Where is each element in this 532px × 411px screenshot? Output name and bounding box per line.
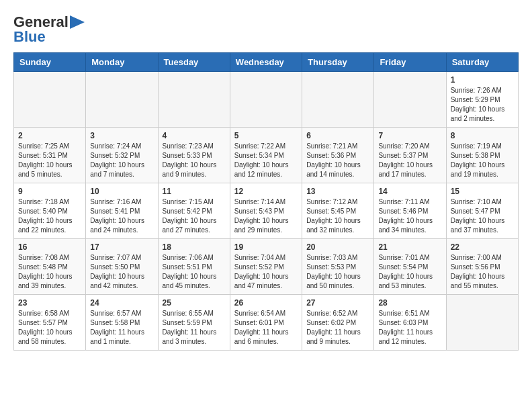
calendar-table: SundayMondayTuesdayWednesdayThursdayFrid… bbox=[13, 52, 519, 351]
calendar-cell: 7Sunrise: 7:20 AM Sunset: 5:37 PM Daylig… bbox=[374, 128, 446, 183]
svg-marker-0 bbox=[70, 15, 85, 29]
cell-info: Sunrise: 7:20 AM Sunset: 5:37 PM Dayligh… bbox=[378, 142, 441, 179]
calendar-cell: 6Sunrise: 7:21 AM Sunset: 5:36 PM Daylig… bbox=[302, 128, 374, 183]
calendar-header-saturday: Saturday bbox=[446, 53, 518, 72]
calendar-cell: 8Sunrise: 7:19 AM Sunset: 5:38 PM Daylig… bbox=[446, 128, 518, 183]
logo-arrow-icon bbox=[70, 15, 85, 29]
day-number: 4 bbox=[163, 131, 226, 140]
cell-info: Sunrise: 7:04 AM Sunset: 5:52 PM Dayligh… bbox=[234, 253, 298, 291]
calendar-week-2: 9Sunrise: 7:18 AM Sunset: 5:40 PM Daylig… bbox=[14, 183, 519, 239]
calendar-cell: 3Sunrise: 7:24 AM Sunset: 5:32 PM Daylig… bbox=[86, 128, 158, 183]
calendar-week-1: 2Sunrise: 7:25 AM Sunset: 5:31 PM Daylig… bbox=[14, 128, 519, 183]
calendar-cell: 24Sunrise: 6:57 AM Sunset: 5:58 PM Dayli… bbox=[86, 295, 158, 351]
calendar-header-row: SundayMondayTuesdayWednesdayThursdayFrid… bbox=[14, 53, 519, 72]
page-header: General Blue bbox=[13, 13, 519, 46]
logo: General Blue bbox=[13, 13, 85, 46]
day-number: 22 bbox=[451, 242, 514, 252]
calendar-cell: 25Sunrise: 6:55 AM Sunset: 5:59 PM Dayli… bbox=[158, 295, 230, 351]
cell-info: Sunrise: 7:03 AM Sunset: 5:53 PM Dayligh… bbox=[306, 253, 369, 291]
calendar-cell: 2Sunrise: 7:25 AM Sunset: 5:31 PM Daylig… bbox=[14, 128, 86, 183]
day-number: 5 bbox=[234, 131, 298, 140]
calendar-header-friday: Friday bbox=[374, 53, 446, 72]
calendar-header-monday: Monday bbox=[86, 53, 158, 72]
day-number: 25 bbox=[163, 298, 226, 308]
cell-info: Sunrise: 7:12 AM Sunset: 5:45 PM Dayligh… bbox=[306, 197, 369, 235]
cell-info: Sunrise: 7:21 AM Sunset: 5:36 PM Dayligh… bbox=[306, 142, 369, 179]
calendar-cell: 27Sunrise: 6:52 AM Sunset: 6:02 PM Dayli… bbox=[302, 295, 374, 351]
day-number: 17 bbox=[90, 242, 153, 252]
day-number: 12 bbox=[234, 187, 298, 196]
calendar-cell: 1Sunrise: 7:26 AM Sunset: 5:29 PM Daylig… bbox=[446, 72, 518, 128]
day-number: 24 bbox=[90, 298, 153, 308]
day-number: 18 bbox=[163, 242, 226, 252]
day-number: 28 bbox=[378, 298, 441, 308]
calendar-cell: 13Sunrise: 7:12 AM Sunset: 5:45 PM Dayli… bbox=[302, 183, 374, 239]
day-number: 14 bbox=[378, 187, 441, 196]
logo-blue: Blue bbox=[13, 28, 46, 46]
calendar-cell: 16Sunrise: 7:08 AM Sunset: 5:48 PM Dayli… bbox=[14, 239, 86, 295]
cell-info: Sunrise: 7:23 AM Sunset: 5:33 PM Dayligh… bbox=[163, 142, 226, 179]
cell-info: Sunrise: 7:06 AM Sunset: 5:51 PM Dayligh… bbox=[163, 253, 226, 291]
cell-info: Sunrise: 6:51 AM Sunset: 6:03 PM Dayligh… bbox=[378, 309, 441, 347]
calendar-cell bbox=[302, 72, 374, 128]
day-number: 7 bbox=[378, 131, 441, 140]
calendar-week-4: 23Sunrise: 6:58 AM Sunset: 5:57 PM Dayli… bbox=[14, 295, 519, 351]
cell-info: Sunrise: 7:11 AM Sunset: 5:46 PM Dayligh… bbox=[378, 197, 441, 235]
calendar-cell: 19Sunrise: 7:04 AM Sunset: 5:52 PM Dayli… bbox=[230, 239, 302, 295]
day-number: 3 bbox=[90, 131, 153, 140]
calendar-cell: 26Sunrise: 6:54 AM Sunset: 6:01 PM Dayli… bbox=[230, 295, 302, 351]
calendar-cell bbox=[446, 295, 518, 351]
day-number: 27 bbox=[306, 298, 369, 308]
calendar-body: 1Sunrise: 7:26 AM Sunset: 5:29 PM Daylig… bbox=[14, 72, 519, 351]
cell-info: Sunrise: 7:18 AM Sunset: 5:40 PM Dayligh… bbox=[18, 197, 81, 235]
day-number: 26 bbox=[234, 298, 298, 308]
day-number: 2 bbox=[18, 131, 81, 140]
calendar-header-tuesday: Tuesday bbox=[158, 53, 230, 72]
logo-icon: General Blue bbox=[13, 13, 85, 46]
cell-info: Sunrise: 7:07 AM Sunset: 5:50 PM Dayligh… bbox=[90, 253, 153, 291]
calendar-cell: 21Sunrise: 7:01 AM Sunset: 5:54 PM Dayli… bbox=[374, 239, 446, 295]
calendar-cell: 22Sunrise: 7:00 AM Sunset: 5:56 PM Dayli… bbox=[446, 239, 518, 295]
cell-info: Sunrise: 7:08 AM Sunset: 5:48 PM Dayligh… bbox=[18, 253, 81, 291]
cell-info: Sunrise: 7:16 AM Sunset: 5:41 PM Dayligh… bbox=[90, 197, 153, 235]
day-number: 23 bbox=[18, 298, 81, 308]
calendar-cell: 12Sunrise: 7:14 AM Sunset: 5:43 PM Dayli… bbox=[230, 183, 302, 239]
cell-info: Sunrise: 6:55 AM Sunset: 5:59 PM Dayligh… bbox=[163, 309, 226, 347]
cell-info: Sunrise: 6:57 AM Sunset: 5:58 PM Dayligh… bbox=[90, 309, 153, 347]
calendar-cell bbox=[230, 72, 302, 128]
calendar-week-0: 1Sunrise: 7:26 AM Sunset: 5:29 PM Daylig… bbox=[14, 72, 519, 128]
calendar-cell bbox=[158, 72, 230, 128]
cell-info: Sunrise: 6:58 AM Sunset: 5:57 PM Dayligh… bbox=[18, 309, 81, 347]
calendar-cell bbox=[374, 72, 446, 128]
cell-info: Sunrise: 6:52 AM Sunset: 6:02 PM Dayligh… bbox=[306, 309, 369, 347]
calendar-cell: 15Sunrise: 7:10 AM Sunset: 5:47 PM Dayli… bbox=[446, 183, 518, 239]
cell-info: Sunrise: 6:54 AM Sunset: 6:01 PM Dayligh… bbox=[234, 309, 298, 347]
calendar-cell: 14Sunrise: 7:11 AM Sunset: 5:46 PM Dayli… bbox=[374, 183, 446, 239]
calendar-cell bbox=[14, 72, 86, 128]
calendar-header-thursday: Thursday bbox=[302, 53, 374, 72]
calendar-cell: 18Sunrise: 7:06 AM Sunset: 5:51 PM Dayli… bbox=[158, 239, 230, 295]
cell-info: Sunrise: 7:19 AM Sunset: 5:38 PM Dayligh… bbox=[451, 142, 514, 179]
calendar-cell: 20Sunrise: 7:03 AM Sunset: 5:53 PM Dayli… bbox=[302, 239, 374, 295]
cell-info: Sunrise: 7:24 AM Sunset: 5:32 PM Dayligh… bbox=[90, 142, 153, 179]
calendar-cell: 11Sunrise: 7:15 AM Sunset: 5:42 PM Dayli… bbox=[158, 183, 230, 239]
day-number: 15 bbox=[451, 187, 514, 196]
day-number: 8 bbox=[451, 131, 514, 140]
calendar-cell: 28Sunrise: 6:51 AM Sunset: 6:03 PM Dayli… bbox=[374, 295, 446, 351]
cell-info: Sunrise: 7:22 AM Sunset: 5:34 PM Dayligh… bbox=[234, 142, 298, 179]
cell-info: Sunrise: 7:10 AM Sunset: 5:47 PM Dayligh… bbox=[451, 197, 514, 235]
calendar-cell: 9Sunrise: 7:18 AM Sunset: 5:40 PM Daylig… bbox=[14, 183, 86, 239]
day-number: 16 bbox=[18, 242, 81, 252]
cell-info: Sunrise: 7:00 AM Sunset: 5:56 PM Dayligh… bbox=[451, 253, 514, 291]
day-number: 13 bbox=[306, 187, 369, 196]
day-number: 19 bbox=[234, 242, 298, 252]
day-number: 1 bbox=[451, 75, 514, 85]
day-number: 11 bbox=[163, 187, 226, 196]
calendar-cell: 4Sunrise: 7:23 AM Sunset: 5:33 PM Daylig… bbox=[158, 128, 230, 183]
calendar-cell: 17Sunrise: 7:07 AM Sunset: 5:50 PM Dayli… bbox=[86, 239, 158, 295]
calendar-cell: 5Sunrise: 7:22 AM Sunset: 5:34 PM Daylig… bbox=[230, 128, 302, 183]
calendar-cell: 23Sunrise: 6:58 AM Sunset: 5:57 PM Dayli… bbox=[14, 295, 86, 351]
calendar-cell bbox=[86, 72, 158, 128]
cell-info: Sunrise: 7:15 AM Sunset: 5:42 PM Dayligh… bbox=[163, 197, 226, 235]
cell-info: Sunrise: 7:01 AM Sunset: 5:54 PM Dayligh… bbox=[378, 253, 441, 291]
